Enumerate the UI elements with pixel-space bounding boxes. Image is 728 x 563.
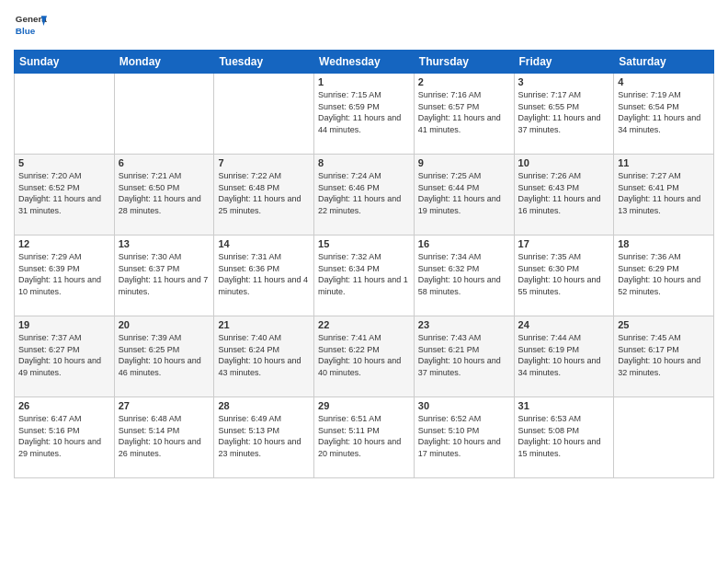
calendar-week-5: 26Sunrise: 6:47 AMSunset: 5:16 PMDayligh… [15, 397, 714, 478]
calendar-cell: 11Sunrise: 7:27 AMSunset: 6:41 PMDayligh… [614, 155, 714, 236]
day-info: Sunrise: 7:17 AMSunset: 6:55 PMDaylight:… [518, 89, 610, 135]
day-number: 29 [318, 400, 410, 411]
col-header-monday: Monday [114, 51, 214, 74]
calendar-cell: 16Sunrise: 7:34 AMSunset: 6:32 PMDayligh… [414, 236, 514, 316]
day-number: 5 [18, 157, 110, 168]
day-info: Sunrise: 7:20 AMSunset: 6:52 PMDaylight:… [18, 170, 110, 216]
col-header-wednesday: Wednesday [314, 51, 415, 74]
calendar-cell: 4Sunrise: 7:19 AMSunset: 6:54 PMDaylight… [614, 74, 714, 155]
logo-icon: General Blue [14, 9, 47, 42]
calendar-cell: 17Sunrise: 7:35 AMSunset: 6:30 PMDayligh… [514, 236, 614, 316]
calendar-cell: 26Sunrise: 6:47 AMSunset: 5:16 PMDayligh… [15, 397, 115, 478]
header: General Blue [14, 9, 714, 42]
calendar-cell: 18Sunrise: 7:36 AMSunset: 6:29 PMDayligh… [614, 236, 714, 316]
col-header-saturday: Saturday [614, 51, 714, 74]
svg-text:Blue: Blue [16, 26, 36, 36]
calendar-cell: 29Sunrise: 6:51 AMSunset: 5:11 PMDayligh… [314, 397, 415, 478]
calendar-cell [214, 74, 314, 155]
day-number: 12 [18, 238, 110, 249]
day-info: Sunrise: 7:40 AMSunset: 6:24 PMDaylight:… [218, 332, 310, 378]
day-number: 17 [518, 238, 610, 249]
day-number: 6 [119, 157, 210, 168]
day-number: 16 [418, 238, 510, 249]
day-number: 25 [618, 319, 710, 330]
calendar-cell: 1Sunrise: 7:15 AMSunset: 6:59 PMDaylight… [314, 74, 415, 155]
calendar-cell: 2Sunrise: 7:16 AMSunset: 6:57 PMDaylight… [414, 74, 514, 155]
day-number: 4 [618, 76, 710, 87]
calendar-cell: 21Sunrise: 7:40 AMSunset: 6:24 PMDayligh… [214, 316, 314, 397]
day-info: Sunrise: 7:15 AMSunset: 6:59 PMDaylight:… [318, 89, 410, 135]
day-info: Sunrise: 7:39 AMSunset: 6:25 PMDaylight:… [119, 332, 210, 378]
calendar-cell: 31Sunrise: 6:53 AMSunset: 5:08 PMDayligh… [514, 397, 614, 478]
day-number: 27 [119, 400, 210, 411]
col-header-sunday: Sunday [15, 51, 115, 74]
day-info: Sunrise: 7:44 AMSunset: 6:19 PMDaylight:… [518, 332, 610, 378]
calendar-week-3: 12Sunrise: 7:29 AMSunset: 6:39 PMDayligh… [15, 236, 714, 316]
day-info: Sunrise: 7:35 AMSunset: 6:30 PMDaylight:… [518, 251, 610, 297]
calendar-cell [114, 74, 214, 155]
calendar-cell: 19Sunrise: 7:37 AMSunset: 6:27 PMDayligh… [15, 316, 115, 397]
day-number: 18 [618, 238, 710, 249]
calendar-week-2: 5Sunrise: 7:20 AMSunset: 6:52 PMDaylight… [15, 155, 714, 236]
col-header-thursday: Thursday [414, 51, 514, 74]
day-info: Sunrise: 7:34 AMSunset: 6:32 PMDaylight:… [418, 251, 510, 297]
logo: General Blue [14, 9, 49, 42]
calendar-cell: 10Sunrise: 7:26 AMSunset: 6:43 PMDayligh… [514, 155, 614, 236]
calendar-table: SundayMondayTuesdayWednesdayThursdayFrid… [14, 50, 714, 478]
calendar-week-1: 1Sunrise: 7:15 AMSunset: 6:59 PMDaylight… [15, 74, 714, 155]
day-number: 26 [18, 400, 110, 411]
calendar-cell [15, 74, 115, 155]
day-number: 1 [318, 76, 410, 87]
calendar-cell: 9Sunrise: 7:25 AMSunset: 6:44 PMDaylight… [414, 155, 514, 236]
day-info: Sunrise: 7:29 AMSunset: 6:39 PMDaylight:… [18, 251, 110, 297]
calendar-cell: 12Sunrise: 7:29 AMSunset: 6:39 PMDayligh… [15, 236, 115, 316]
day-info: Sunrise: 6:51 AMSunset: 5:11 PMDaylight:… [318, 413, 410, 459]
calendar-cell: 6Sunrise: 7:21 AMSunset: 6:50 PMDaylight… [114, 155, 214, 236]
calendar-cell: 24Sunrise: 7:44 AMSunset: 6:19 PMDayligh… [514, 316, 614, 397]
day-info: Sunrise: 7:16 AMSunset: 6:57 PMDaylight:… [418, 89, 510, 135]
calendar-cell [614, 397, 714, 478]
day-number: 9 [418, 157, 510, 168]
day-number: 7 [218, 157, 310, 168]
day-info: Sunrise: 7:19 AMSunset: 6:54 PMDaylight:… [618, 89, 710, 135]
col-header-tuesday: Tuesday [214, 51, 314, 74]
day-info: Sunrise: 7:41 AMSunset: 6:22 PMDaylight:… [318, 332, 410, 378]
day-info: Sunrise: 7:24 AMSunset: 6:46 PMDaylight:… [318, 170, 410, 216]
day-number: 30 [418, 400, 510, 411]
calendar-cell: 13Sunrise: 7:30 AMSunset: 6:37 PMDayligh… [114, 236, 214, 316]
day-info: Sunrise: 6:47 AMSunset: 5:16 PMDaylight:… [18, 413, 110, 459]
day-number: 15 [318, 238, 410, 249]
calendar-cell: 25Sunrise: 7:45 AMSunset: 6:17 PMDayligh… [614, 316, 714, 397]
day-info: Sunrise: 7:43 AMSunset: 6:21 PMDaylight:… [418, 332, 510, 378]
col-header-friday: Friday [514, 51, 614, 74]
day-info: Sunrise: 7:31 AMSunset: 6:36 PMDaylight:… [218, 251, 310, 297]
day-number: 14 [218, 238, 310, 249]
day-number: 2 [418, 76, 510, 87]
day-number: 24 [518, 319, 610, 330]
calendar-cell: 14Sunrise: 7:31 AMSunset: 6:36 PMDayligh… [214, 236, 314, 316]
calendar-cell: 22Sunrise: 7:41 AMSunset: 6:22 PMDayligh… [314, 316, 415, 397]
day-number: 3 [518, 76, 610, 87]
day-number: 28 [218, 400, 310, 411]
day-info: Sunrise: 6:49 AMSunset: 5:13 PMDaylight:… [218, 413, 310, 459]
day-info: Sunrise: 7:45 AMSunset: 6:17 PMDaylight:… [618, 332, 710, 378]
day-info: Sunrise: 7:32 AMSunset: 6:34 PMDaylight:… [318, 251, 410, 297]
day-info: Sunrise: 7:27 AMSunset: 6:41 PMDaylight:… [618, 170, 710, 216]
calendar-cell: 27Sunrise: 6:48 AMSunset: 5:14 PMDayligh… [114, 397, 214, 478]
calendar-cell: 3Sunrise: 7:17 AMSunset: 6:55 PMDaylight… [514, 74, 614, 155]
day-number: 10 [518, 157, 610, 168]
day-info: Sunrise: 7:36 AMSunset: 6:29 PMDaylight:… [618, 251, 710, 297]
day-number: 22 [318, 319, 410, 330]
calendar-cell: 23Sunrise: 7:43 AMSunset: 6:21 PMDayligh… [414, 316, 514, 397]
calendar-cell: 28Sunrise: 6:49 AMSunset: 5:13 PMDayligh… [214, 397, 314, 478]
day-number: 31 [518, 400, 610, 411]
day-info: Sunrise: 7:22 AMSunset: 6:48 PMDaylight:… [218, 170, 310, 216]
day-info: Sunrise: 7:30 AMSunset: 6:37 PMDaylight:… [119, 251, 210, 297]
day-info: Sunrise: 7:26 AMSunset: 6:43 PMDaylight:… [518, 170, 610, 216]
calendar-header-row: SundayMondayTuesdayWednesdayThursdayFrid… [15, 51, 714, 74]
calendar-cell: 15Sunrise: 7:32 AMSunset: 6:34 PMDayligh… [314, 236, 415, 316]
day-info: Sunrise: 7:21 AMSunset: 6:50 PMDaylight:… [119, 170, 210, 216]
calendar-cell: 5Sunrise: 7:20 AMSunset: 6:52 PMDaylight… [15, 155, 115, 236]
day-number: 21 [218, 319, 310, 330]
day-number: 8 [318, 157, 410, 168]
